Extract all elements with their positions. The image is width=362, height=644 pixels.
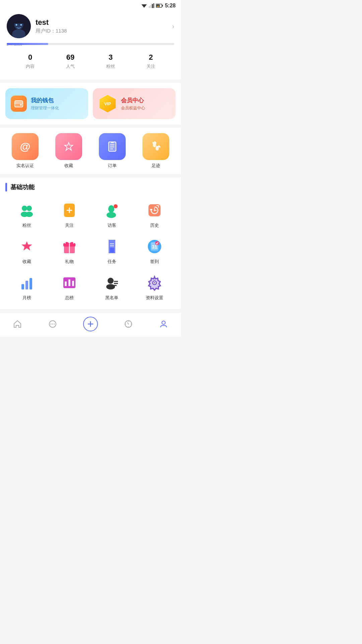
nav-add[interactable] — [83, 317, 98, 331]
gift-icon — [61, 238, 78, 255]
svg-rect-4 — [153, 3, 154, 8]
feature-task[interactable]: 任务 — [90, 233, 133, 269]
svg-rect-17 — [20, 104, 22, 106]
qa-footprint-label: 足迹 — [152, 163, 160, 169]
task-label: 任务 — [108, 259, 116, 265]
nav-explore[interactable] — [124, 319, 133, 329]
wallet-title: 我的钱包 — [31, 97, 59, 104]
svg-marker-49 — [21, 241, 32, 251]
qa-realname-label: 实名认证 — [16, 163, 34, 169]
history-icon — [146, 202, 163, 219]
stats-row: 0 内容 69 人气 3 粉丝 2 关注 — [7, 45, 174, 73]
stat-fans[interactable]: 3 粉丝 — [106, 53, 115, 69]
username: test — [36, 18, 67, 27]
vip-card[interactable]: VIP 会员中心 会员权益中心 — [93, 88, 176, 119]
svg-rect-2 — [150, 5, 151, 8]
vip-hexagon-icon: VIP — [98, 94, 117, 113]
section-title: 基础功能 — [10, 183, 35, 191]
svg-rect-6 — [162, 5, 163, 7]
feature-checkin[interactable]: 31 签到 — [133, 233, 176, 269]
qa-realname[interactable]: @ 实名认证 — [12, 133, 39, 169]
profile-nav-icon — [159, 319, 168, 329]
svg-marker-20 — [65, 143, 73, 150]
signal-icon — [149, 3, 154, 8]
add-icon — [83, 317, 98, 331]
visitor-icon — [103, 202, 121, 219]
stat-follow[interactable]: 2 关注 — [146, 53, 155, 69]
bottom-nav — [0, 312, 181, 337]
stat-content[interactable]: 0 内容 — [26, 53, 35, 69]
nav-home[interactable] — [13, 319, 22, 329]
svg-point-48 — [154, 210, 155, 211]
profile-chevron[interactable]: › — [172, 22, 174, 30]
nav-message[interactable] — [48, 319, 57, 329]
user-id: 用户ID：1138 — [36, 28, 67, 34]
settings-label: 资料设置 — [146, 295, 163, 301]
realname-icon: @ — [12, 133, 39, 160]
feature-settings[interactable]: 资料设置 — [133, 269, 176, 306]
feature-monthly[interactable]: 月榜 — [5, 269, 48, 306]
svg-point-34 — [22, 206, 27, 211]
svg-rect-16 — [15, 102, 23, 104]
svg-point-30 — [156, 142, 157, 144]
quick-actions: @ 实名认证 收藏 订单 — [0, 128, 181, 174]
total-label: 总榜 — [65, 295, 74, 301]
wallet-card[interactable]: 我的钱包 理财管理一体化 — [5, 88, 88, 119]
svg-point-12 — [16, 24, 17, 26]
svg-rect-67 — [68, 279, 70, 286]
feature-history[interactable]: 历史 — [133, 197, 176, 233]
vip-title: 会员中心 — [121, 97, 145, 104]
svg-point-41 — [108, 205, 114, 213]
battery-icon: ⚡ — [156, 4, 163, 8]
feature-gift[interactable]: 礼物 — [48, 233, 90, 269]
nav-profile[interactable] — [159, 319, 168, 329]
svg-rect-63 — [25, 281, 28, 289]
qa-footprint[interactable]: 足迹 — [142, 133, 169, 169]
svg-rect-3 — [152, 4, 153, 8]
svg-point-78 — [154, 282, 155, 283]
svg-rect-68 — [72, 281, 74, 286]
vip-subtitle: 会员权益中心 — [121, 105, 145, 111]
fans-label: 粉丝 — [22, 222, 31, 228]
svg-point-35 — [26, 206, 32, 211]
cards-section: 我的钱包 理财管理一体化 VIP 会员中心 会员权益中心 — [0, 83, 181, 124]
svg-point-32 — [158, 145, 160, 147]
svg-point-29 — [154, 141, 156, 143]
progress-label: 247/1000 — [7, 42, 22, 46]
qa-collect[interactable]: 收藏 — [55, 133, 82, 169]
svg-point-37 — [25, 212, 33, 217]
monthly-label: 月榜 — [22, 295, 31, 301]
svg-point-81 — [52, 324, 53, 325]
avatar[interactable] — [7, 14, 31, 38]
order-icon — [99, 133, 126, 160]
stat-popularity[interactable]: 69 人气 — [66, 53, 75, 69]
svg-point-42 — [107, 212, 116, 218]
feature-total[interactable]: 总榜 — [48, 269, 90, 306]
svg-rect-64 — [29, 278, 32, 289]
feature-collect[interactable]: 收藏 — [5, 233, 48, 269]
collect2-icon — [18, 238, 36, 255]
svg-point-13 — [20, 24, 22, 26]
feature-blacklist[interactable]: 黑名单 — [90, 269, 133, 306]
svg-rect-14 — [15, 101, 23, 107]
progress-track — [7, 43, 174, 45]
monthly-icon — [18, 274, 36, 291]
history-label: 历史 — [150, 222, 159, 228]
qa-order[interactable]: 订单 — [99, 133, 126, 169]
svg-point-33 — [160, 146, 161, 148]
gift-label: 礼物 — [65, 259, 74, 265]
progress-container: 247/1000 — [7, 43, 174, 45]
svg-point-82 — [54, 324, 55, 325]
svg-point-31 — [157, 146, 158, 148]
feature-follow[interactable]: 关注 — [48, 197, 90, 233]
status-bar: ⚡ 5:28 — [0, 0, 181, 10]
feature-visitor[interactable]: 访客 — [90, 197, 133, 233]
total-icon — [61, 274, 78, 291]
svg-rect-62 — [21, 284, 24, 289]
blacklist-icon — [103, 274, 121, 291]
feature-fans[interactable]: 粉丝 — [5, 197, 48, 233]
basic-features-section: 基础功能 粉丝 关注 — [0, 177, 181, 309]
section-header: 基础功能 — [5, 183, 176, 192]
profile-row[interactable]: test 用户ID：1138 › — [7, 14, 174, 38]
svg-point-43 — [114, 204, 118, 208]
